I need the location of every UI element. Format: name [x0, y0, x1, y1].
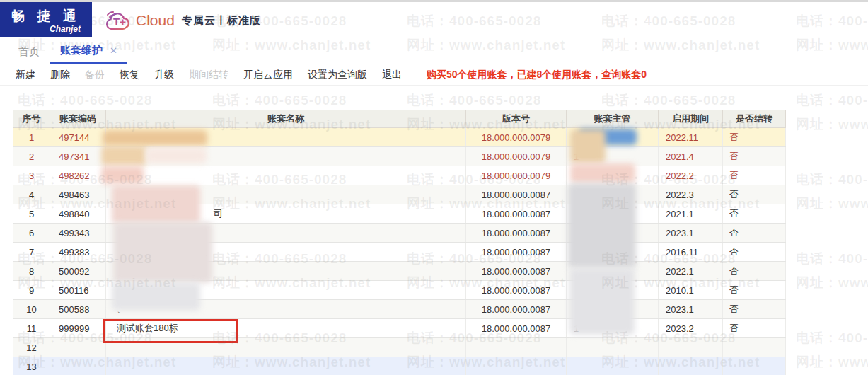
cell-period[interactable]: 2021.1 — [659, 204, 723, 224]
tab-home[interactable]: 首页 — [8, 40, 50, 64]
cell-carryover[interactable] — [723, 357, 786, 375]
cell-period[interactable]: 2010.1 — [659, 281, 723, 300]
cell-name[interactable]: 测试账套180标 — [106, 319, 466, 338]
toolbar-button-5[interactable]: 升级 — [154, 69, 174, 81]
cell-manager[interactable]: 1 — [567, 147, 659, 166]
cell-seq[interactable]: 10 — [13, 300, 50, 319]
toolbar-button-4[interactable]: 恢复 — [120, 69, 139, 81]
toolbar-button-2[interactable]: 删除 — [50, 69, 70, 81]
cell-name[interactable] — [106, 166, 466, 185]
cell-version[interactable]: 18.000.000.0087 — [466, 319, 567, 338]
toolbar-button-7[interactable]: 开启云应用 — [243, 69, 293, 81]
cell-manager[interactable]: 1 — [567, 319, 659, 338]
cell-name[interactable]: 、 — [106, 243, 466, 262]
cell-name[interactable] — [106, 262, 466, 281]
cell-seq[interactable]: 3 — [13, 166, 50, 185]
cell-version[interactable]: 18.000.000.0087 — [466, 243, 567, 262]
cell-code[interactable]: 497144 — [50, 128, 106, 147]
cell-name[interactable] — [106, 224, 466, 243]
cell-code[interactable]: 499343 — [50, 224, 106, 243]
cell-carryover[interactable]: 否 — [723, 224, 786, 243]
cell-manager[interactable] — [567, 243, 659, 262]
cell-name[interactable]: 、 — [106, 300, 466, 319]
cell-period[interactable]: 2023.1 — [659, 300, 723, 319]
cell-code[interactable]: 498840 — [50, 204, 106, 224]
cell-carryover[interactable]: 否 — [723, 128, 786, 147]
cell-code[interactable] — [50, 357, 106, 375]
table-row[interactable]: 7499383、18.000.000.00872016.11否 — [13, 243, 786, 262]
cell-period[interactable]: 2023.2 — [659, 319, 723, 338]
table-row[interactable]: 249734118.000.000.007912021.4否 — [13, 147, 786, 166]
cell-code[interactable]: 500092 — [50, 262, 106, 281]
cell-seq[interactable]: 1 — [13, 128, 50, 147]
cell-version[interactable]: 18.000.000.0079 — [466, 128, 567, 147]
cell-seq[interactable]: 8 — [13, 262, 50, 281]
cell-version[interactable]: 18.000.000.0079 — [466, 147, 567, 166]
cell-seq[interactable]: 6 — [13, 224, 50, 243]
cell-carryover[interactable]: 否 — [723, 243, 786, 262]
cell-period[interactable]: 2016.11 — [659, 243, 723, 262]
toolbar-button-9[interactable]: 退出 — [382, 69, 402, 81]
cell-version[interactable] — [466, 357, 567, 375]
cell-carryover[interactable]: 否 — [723, 262, 786, 281]
table-row[interactable]: 5498840司18.000.000.00872021.1否 — [13, 204, 786, 224]
cell-period[interactable] — [659, 357, 723, 375]
cell-version[interactable]: 18.000.000.0087 — [466, 224, 567, 243]
cell-carryover[interactable]: 否 — [723, 204, 786, 224]
cell-version[interactable]: 18.000.000.0087 — [466, 262, 567, 281]
toolbar-button-1[interactable]: 新建 — [16, 69, 35, 81]
cell-code[interactable]: 500116 — [50, 281, 106, 300]
cell-manager[interactable] — [567, 262, 659, 281]
cell-carryover[interactable]: 否 — [723, 166, 786, 185]
cell-seq[interactable]: 5 — [13, 204, 50, 224]
cell-version[interactable]: 18.000.000.0087 — [466, 281, 567, 300]
cell-seq[interactable]: 4 — [13, 185, 50, 204]
cell-period[interactable]: 2021.4 — [659, 147, 723, 166]
cell-manager[interactable] — [567, 338, 659, 357]
table-row[interactable]: 349826218.000.000.00792022.2否 — [13, 166, 786, 185]
cell-seq[interactable]: 9 — [13, 281, 50, 300]
cell-code[interactable] — [50, 338, 106, 357]
cell-code[interactable]: 497341 — [50, 147, 106, 166]
cell-period[interactable]: 2022.2 — [659, 166, 723, 185]
cell-code[interactable]: 499383 — [50, 243, 106, 262]
cell-manager[interactable] — [567, 300, 659, 319]
cell-version[interactable]: 18.000.000.0087 — [466, 204, 567, 224]
table-row[interactable]: 10500588、18.000.000.00872023.1否 — [13, 300, 786, 319]
cell-period[interactable]: 2022.1 — [659, 262, 723, 281]
cell-period[interactable] — [659, 338, 723, 357]
cell-carryover[interactable]: 否 — [723, 147, 786, 166]
table-row[interactable]: 649934318.000.000.00872023.1否 — [13, 224, 786, 243]
cell-manager[interactable] — [567, 204, 659, 224]
cell-seq[interactable]: 11 — [13, 319, 50, 338]
table-row[interactable]: 449846318.000.000.00872022.3否 — [13, 185, 786, 204]
cell-carryover[interactable] — [723, 338, 786, 357]
cell-code[interactable]: 498463 — [50, 185, 106, 204]
cell-code[interactable]: 999999 — [50, 319, 106, 338]
cell-name[interactable] — [106, 147, 466, 166]
tab-account-maintenance[interactable]: 账套维护✕ — [50, 40, 127, 64]
cell-seq[interactable]: 13 — [13, 357, 50, 375]
cell-period[interactable]: 2022.3 — [659, 185, 723, 204]
cell-manager[interactable] — [567, 185, 659, 204]
cell-version[interactable]: 18.000.000.0079 — [466, 166, 567, 185]
toolbar-button-8[interactable]: 设置为查询版 — [308, 69, 367, 81]
cell-manager[interactable] — [567, 224, 659, 243]
cell-period[interactable]: 2022.11 — [659, 128, 723, 147]
table-row[interactable]: 13 — [13, 357, 786, 375]
cell-seq[interactable]: 7 — [13, 243, 50, 262]
cell-name[interactable] — [106, 128, 466, 147]
table-row[interactable]: 149714418.000.000.00792022.11否 — [13, 128, 786, 147]
cell-manager[interactable] — [567, 128, 659, 147]
table-row[interactable]: 11999999测试账套180标18.000.000.008712023.2否 — [13, 319, 786, 338]
cell-period[interactable]: 2023.1 — [659, 224, 723, 243]
cell-carryover[interactable]: 否 — [723, 319, 786, 338]
cell-code[interactable]: 500588 — [50, 300, 106, 319]
cell-name[interactable]: 司 — [106, 204, 466, 224]
cell-manager[interactable] — [567, 166, 659, 185]
cell-carryover[interactable]: 否 — [723, 185, 786, 204]
cell-manager[interactable] — [567, 357, 659, 375]
tab-close-icon[interactable]: ✕ — [110, 45, 117, 56]
table-row[interactable]: 850009218.000.000.00872022.1否 — [13, 262, 786, 281]
cell-code[interactable]: 498262 — [50, 166, 106, 185]
